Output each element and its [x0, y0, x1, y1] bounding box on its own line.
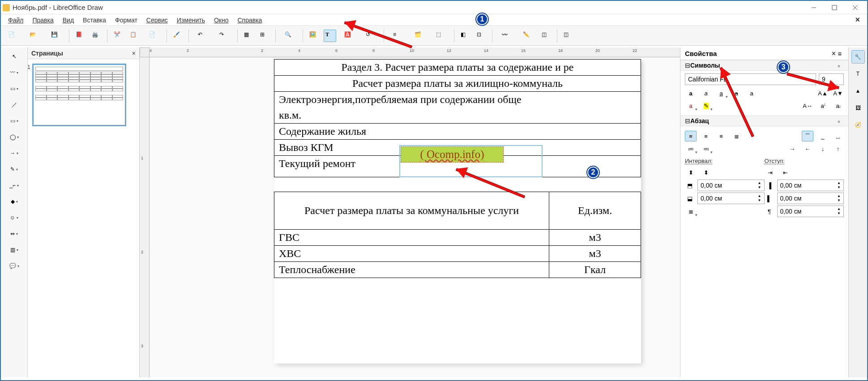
insert-textbox-button[interactable]: T [324, 30, 336, 42]
valign-center-button[interactable]: ⎯ [817, 131, 829, 141]
new-button[interactable]: 📄 [4, 30, 21, 42]
tab-gallery-icon[interactable]: 🖼 [851, 101, 865, 115]
menu-tools[interactable]: Сервис [142, 16, 172, 25]
menu-help[interactable]: Справка [233, 16, 266, 25]
redo-button[interactable]: ↷ [215, 30, 233, 42]
ltr-button[interactable]: → [787, 143, 798, 154]
valign-bottom-button[interactable]: ⎵ [832, 131, 844, 141]
section-more-paragraph[interactable]: ▫ [838, 118, 844, 124]
curve-tool[interactable]: ✎ [6, 163, 22, 176]
dec-spacing-button[interactable]: ⬍ [700, 167, 712, 178]
menu-edit[interactable]: Правка [28, 16, 58, 25]
t2-header-left[interactable]: Расчет размера платы за коммунальные усл… [274, 192, 549, 230]
indent-first-input[interactable]: 0,00 см▲▼ [777, 205, 844, 217]
doc-subtitle[interactable]: Расчет размера платы за жилищно-коммунал… [274, 76, 641, 92]
row-hvs-unit[interactable]: м3 [549, 246, 641, 262]
helplines-button[interactable]: ⊞ [258, 30, 271, 42]
row-gvs[interactable]: ГВС [274, 230, 549, 246]
callout-tool[interactable]: 💬 [6, 260, 22, 272]
arrange-button[interactable]: 🗂️ [410, 30, 428, 42]
show-draw-functions-button[interactable]: ◫ [562, 30, 574, 42]
zoom-button[interactable]: 🔍 [280, 30, 298, 42]
superscript-button[interactable]: aⁱ [817, 100, 829, 111]
inc-indent-button[interactable]: ⇥ [765, 167, 776, 178]
line-spacing-button[interactable]: ≣ [685, 206, 697, 217]
subscript-button[interactable]: aᵢ [832, 100, 844, 111]
spacing-below-input[interactable]: 0,00 см▲▼ [697, 193, 765, 204]
crop-button[interactable]: ⊡ [475, 30, 487, 42]
properties-close[interactable]: × [832, 50, 836, 58]
flowchart-tool[interactable]: ▥ [6, 244, 22, 256]
align-left-button[interactable]: ≡ [685, 131, 697, 141]
highlight-color-button[interactable]: ✎ [700, 100, 712, 111]
glue-points-button[interactable]: ✏️ [518, 30, 536, 42]
clone-format-button[interactable]: 🖌️ [171, 30, 184, 42]
inc-spacing-button[interactable]: ⬍ [685, 167, 697, 178]
tab-properties-icon[interactable]: 🔧 [851, 50, 865, 64]
shadow-button[interactable]: ◧ [459, 30, 471, 42]
sidebar-menu-icon[interactable]: ≡ [836, 50, 844, 57]
line-color-tool[interactable]: 〰 [6, 66, 22, 79]
document-page[interactable]: Раздел 3. Расчет размера платы за содерж… [274, 59, 641, 364]
font-name-input[interactable]: Californian FB [685, 73, 816, 85]
section-more-symbols[interactable]: ▫ [838, 62, 844, 68]
ruler-horizontal[interactable]: 42246810121416182022 [150, 47, 680, 57]
ttb-button[interactable]: ↓ [817, 143, 829, 154]
row-gvs-unit[interactable]: м3 [549, 230, 641, 246]
select-tool[interactable]: ↖ [6, 50, 22, 63]
edit-points-button[interactable]: 〰️ [497, 30, 515, 42]
inserted-textbox[interactable]: ( Ocomp.info) [401, 146, 504, 163]
indent-before-input[interactable]: 0,00 см▲▼ [777, 180, 844, 191]
tab-navigator-icon[interactable]: 🧭 [851, 118, 865, 132]
tab-shapes-icon[interactable]: T [851, 67, 865, 81]
row-hvs[interactable]: ХВС [274, 246, 549, 262]
rectangle-tool[interactable]: ▭ [6, 115, 22, 127]
row-elec2[interactable]: кв.м. [274, 107, 641, 124]
page-thumbnail[interactable]: 1 [32, 64, 126, 126]
menu-insert[interactable]: Вставка [78, 16, 111, 25]
insert-fontwork-button[interactable]: 🅰️ [340, 30, 358, 42]
row-housing[interactable]: Содержание жилья [274, 124, 641, 140]
dec-indent-button[interactable]: ⇤ [780, 167, 791, 178]
pages-panel-close[interactable]: × [132, 50, 136, 57]
row-heat[interactable]: Теплоснабжение [274, 262, 549, 278]
number-list-button[interactable]: ≕ [700, 143, 712, 154]
valign-top-button[interactable]: ⎴ [802, 131, 813, 141]
line-tool[interactable]: ／ [6, 98, 22, 111]
cut-button[interactable]: ✂️ [112, 30, 124, 42]
align-button[interactable]: ≡ [389, 30, 406, 42]
insert-image-button[interactable]: 🖼️ [308, 30, 320, 42]
align-center-button[interactable]: ≡ [700, 131, 712, 141]
toggle-extrusion-button[interactable]: ◫ [540, 30, 552, 42]
font-size-input[interactable]: 9 [819, 73, 844, 85]
ellipse-tool[interactable]: ◯ [6, 131, 22, 143]
open-button[interactable]: 📂 [25, 30, 43, 42]
print-button[interactable]: 🖨️ [90, 30, 103, 42]
menu-view[interactable]: Вид [58, 16, 78, 25]
align-right-button[interactable]: ≡ [715, 131, 727, 141]
italic-button[interactable]: a [700, 88, 712, 98]
bold-button[interactable]: a [685, 88, 697, 98]
maximize-button[interactable] [824, 1, 845, 14]
ruler-vertical[interactable]: 123 [140, 57, 150, 377]
block-arrows-tool[interactable]: ⇔ [6, 227, 22, 240]
underline-button[interactable]: a [715, 88, 727, 98]
font-color-button[interactable]: a [685, 100, 697, 111]
tab-styles-icon[interactable]: ▲ [851, 84, 865, 98]
indent-after-input[interactable]: 0,00 см▲▼ [777, 193, 844, 204]
strikethrough-button[interactable]: a [731, 88, 742, 98]
menu-modify[interactable]: Изменить [172, 16, 210, 25]
rtl-button[interactable]: ← [802, 143, 813, 154]
grid-button[interactable]: ▦ [242, 30, 255, 42]
row-elec[interactable]: Электроэнергия,потребляемая при содержан… [274, 92, 641, 108]
doc-title[interactable]: Раздел 3. Расчет размера платы за содерж… [274, 60, 641, 76]
symbol-shapes-tool[interactable]: ☺ [6, 211, 22, 224]
arrow-line-tool[interactable]: → [6, 147, 22, 159]
distribute-button[interactable]: ⬚ [432, 30, 449, 42]
undo-button[interactable]: ↶ [193, 30, 211, 42]
canvas-area[interactable]: 42246810121416182022 123 Раздел 3. Расче… [140, 47, 680, 377]
char-spacing-button[interactable]: A↔ [802, 100, 813, 111]
copy-button[interactable]: 📋 [128, 30, 141, 42]
menu-window[interactable]: Окно [210, 16, 233, 25]
paste-button[interactable]: 📄 [144, 30, 162, 42]
